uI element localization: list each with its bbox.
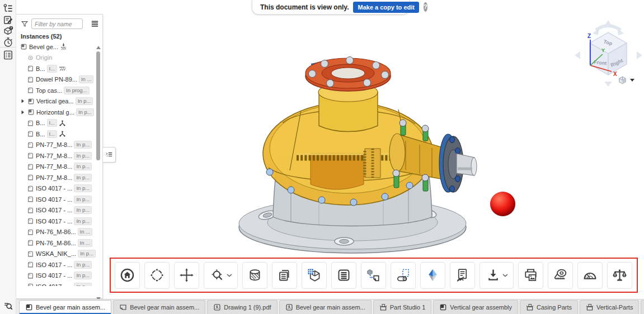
export-download-button[interactable] xyxy=(480,262,514,289)
standard-views-button[interactable] xyxy=(302,262,327,289)
tree-item[interactable]: ISO 4017 - ... In p... xyxy=(19,194,102,205)
item-label: PN-76_M-86... xyxy=(36,229,76,235)
expand-arrow-icon[interactable] xyxy=(21,99,26,104)
filter-funnel-icon[interactable] xyxy=(21,20,29,28)
item-label: ISO 4017 - ... xyxy=(36,218,72,225)
item-label: ISO 4017 - ... xyxy=(36,185,72,192)
document-tab[interactable]: Bevel gear main assem... xyxy=(279,300,372,314)
annotations-button[interactable] xyxy=(450,262,475,289)
view-home-button[interactable] xyxy=(115,262,140,289)
red-ball-part xyxy=(490,192,515,216)
chevron-down-icon[interactable] xyxy=(502,274,508,277)
item-label: PN-77_M-8... xyxy=(36,141,72,148)
tree-item[interactable]: ISO 4017 - ... In p... xyxy=(19,205,102,216)
item-type-icon xyxy=(27,54,34,61)
toolbar-icon xyxy=(366,268,381,283)
item-type-icon xyxy=(27,250,34,258)
document-tab[interactable]: Bevel gear main assem... xyxy=(19,300,111,314)
tree-item[interactable]: PN-76_M-86... In ... xyxy=(19,227,102,238)
tab-label: Casing Parts xyxy=(537,304,572,311)
sidebar-scrollbar[interactable] xyxy=(96,46,101,301)
tree-item[interactable]: PN-77_M-8... In p... xyxy=(19,150,102,161)
tree-item[interactable]: ISO 4017 - ... In p... xyxy=(19,216,102,227)
print-button[interactable] xyxy=(518,262,543,289)
help-button[interactable]: ? xyxy=(424,2,427,12)
expand-arrow-icon[interactable] xyxy=(21,110,26,115)
tree-item[interactable]: Dowel PN-89... In ... xyxy=(19,74,102,85)
tree-item[interactable]: Top cas... In prog... xyxy=(19,85,102,96)
workflow-state-badge: In ... xyxy=(78,228,92,236)
scroll-up-arrow[interactable] xyxy=(96,46,101,49)
tree-item[interactable]: ISO 4017 - ... In p... xyxy=(19,281,102,286)
left-panel-strip xyxy=(0,0,16,314)
strip-icon xyxy=(3,3,13,14)
document-tab[interactable]: Vertical gear assembly xyxy=(433,300,518,314)
tree-item[interactable]: Origin xyxy=(19,53,102,64)
tree-item[interactable]: PN-77_M-8... In p... xyxy=(19,172,102,183)
tree-item[interactable]: PN-77_M-8... In p... xyxy=(19,140,102,151)
exploded-view-button[interactable] xyxy=(361,262,386,289)
item-label: Horizontal g... xyxy=(36,109,74,116)
tree-item[interactable]: B... I... xyxy=(19,118,102,129)
document-tab[interactable]: Bevel gear main assem... xyxy=(113,300,205,314)
tree-item[interactable]: Horizontal g... In p... xyxy=(19,107,102,118)
tree-item[interactable]: ISO 4017 - ... In p... xyxy=(19,259,102,270)
tree-item[interactable]: Bevel ge... xyxy=(19,41,102,53)
toolbar-icon xyxy=(612,268,627,283)
panel-handle-icon xyxy=(105,151,113,159)
document-tab[interactable]: Part Studio 1 xyxy=(373,300,432,314)
tree-item[interactable]: B... I... xyxy=(19,63,102,74)
toolbar-icon xyxy=(179,268,194,283)
measure-distance-button[interactable] xyxy=(548,262,573,289)
tree-item[interactable]: PN-77_M-8... In p... xyxy=(19,161,102,173)
item-state-icon xyxy=(59,130,66,137)
item-type-icon xyxy=(27,130,34,137)
item-type-icon xyxy=(27,272,34,279)
tree-item[interactable]: WSKA_NIK_... In p... xyxy=(19,249,102,260)
mass-properties-button[interactable] xyxy=(607,262,632,289)
view-cube-body[interactable] xyxy=(590,32,627,75)
document-tab[interactable]: Horizontal-Par xyxy=(641,300,644,314)
strip-divider xyxy=(0,47,16,47)
scrollbar-thumb[interactable] xyxy=(96,51,100,160)
filter-input[interactable] xyxy=(31,18,83,29)
named-views-button[interactable] xyxy=(272,262,297,289)
document-tab[interactable]: Drawing 1 (9).pdf xyxy=(207,300,277,314)
pan-view-button[interactable] xyxy=(174,262,199,289)
tree-item[interactable]: PN-76_M-86... In ... xyxy=(19,237,102,249)
section-view-button[interactable] xyxy=(242,262,267,289)
workflow-state-badge: In ... xyxy=(78,239,92,247)
item-type-icon xyxy=(27,65,34,72)
document-tab[interactable]: Vertical-Parts xyxy=(580,300,639,314)
strip-icon xyxy=(3,37,13,47)
chevron-down-icon[interactable] xyxy=(227,274,232,277)
bom-panel-button[interactable] xyxy=(2,49,15,61)
tree-item[interactable]: B... I... xyxy=(19,129,102,140)
isolate-button[interactable] xyxy=(391,262,416,289)
small-cube-icon xyxy=(618,75,627,85)
toolbar-icon xyxy=(336,268,351,283)
tree-item[interactable]: ISO 4017 - ... In p... xyxy=(19,270,102,282)
measure-angle-button[interactable] xyxy=(577,262,603,289)
view-options-dropdown[interactable] xyxy=(618,75,634,85)
item-label: WSKA_NIK_... xyxy=(36,250,76,257)
toolbar-icon xyxy=(120,268,135,283)
tree-item[interactable]: Vertical gea... In p... xyxy=(19,96,102,107)
item-label: ISO 4017 - ... xyxy=(36,283,72,286)
make-copy-button[interactable]: Make a copy to edit xyxy=(353,2,419,13)
item-type-icon xyxy=(27,196,34,203)
list-options-icon[interactable] xyxy=(91,20,99,28)
zoom-view-button[interactable] xyxy=(204,262,238,289)
tab-label: Vertical gear assembly xyxy=(450,304,512,311)
item-label: PN-76_M-86... xyxy=(36,240,76,246)
model-structure-button[interactable] xyxy=(331,262,356,289)
onshape-app: Instances (52) Bevel ge... Origin B... I… xyxy=(0,0,644,314)
workflow-state-badge: In p... xyxy=(74,152,92,160)
toolbar-icon xyxy=(425,268,440,283)
document-tab[interactable]: Casing Parts xyxy=(520,300,578,314)
tree-item[interactable]: ISO 4017 - ... In p... xyxy=(19,183,102,194)
display-appearance-button[interactable] xyxy=(420,262,445,289)
search-tabs-button[interactable] xyxy=(2,301,15,312)
collapse-instances-panel[interactable] xyxy=(103,147,116,163)
rotate-view-button[interactable] xyxy=(144,262,170,289)
